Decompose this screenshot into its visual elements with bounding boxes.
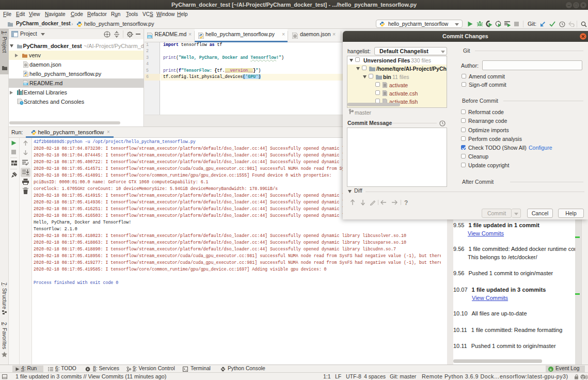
svg-text:MD: MD [148,36,151,38]
svg-text:a: a [550,368,552,371]
svg-text:MD: MD [24,83,27,85]
